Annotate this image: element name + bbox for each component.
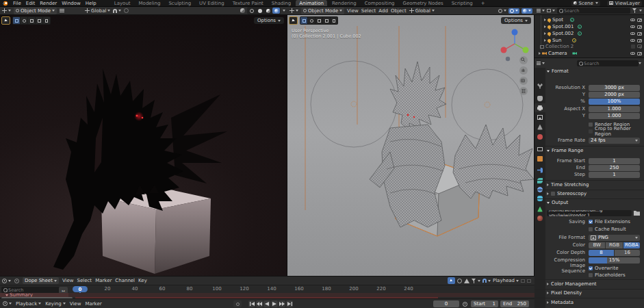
stereoscopy-checkbox[interactable] [551,192,555,196]
tab-uv-editing[interactable]: UV Editing [196,0,228,6]
editor-type-button[interactable] [2,279,11,283]
tab-scene[interactable] [534,123,545,131]
format-panel-header[interactable]: Format [547,68,569,74]
select-circle-button[interactable] [21,17,27,24]
spot-data-icon[interactable] [578,31,582,36]
wireframe-dragon-right[interactable] [453,125,534,198]
jump-to-start-button[interactable] [248,300,255,307]
menu-render[interactable]: Render [40,1,57,6]
camera-data-icon[interactable] [572,52,577,55]
menu-select[interactable]: Select [77,278,92,283]
material-preview-icon[interactable] [240,8,245,13]
hide-eye-icon[interactable] [630,52,635,55]
resolution-y-field[interactable]: 2000 px [589,92,640,98]
frame-start-field[interactable]: Start1 [471,300,498,307]
snapping-button[interactable] [113,9,121,13]
prev-keyframe-button[interactable] [256,300,263,307]
outliner-search[interactable] [557,8,630,14]
tab-rendering[interactable]: Rendering [329,0,360,6]
active-tool-button[interactable] [289,16,298,25]
placeholders-checkbox[interactable] [589,273,593,277]
proportional-edit-icon[interactable] [124,8,129,13]
depth-16-button[interactable]: 16 [615,250,640,256]
menu-view[interactable]: View [70,301,81,307]
axis-y-handle[interactable] [523,47,529,53]
play-reverse-button[interactable] [263,300,270,307]
spot-light-origin[interactable] [485,102,490,107]
menu-view[interactable]: View [347,8,359,14]
metadata-panel-header[interactable]: Metadata [547,300,574,305]
auto-keying-button[interactable] [233,300,242,307]
ghost-frames-icon[interactable] [14,279,19,283]
menu-object[interactable]: Object [391,8,407,14]
options-button[interactable]: Options [254,17,284,24]
crop-render-region-checkbox[interactable] [589,129,593,133]
color-bw-button[interactable]: BW [589,242,605,248]
playhead-snap-dropdown[interactable]: Playhead [493,278,519,283]
tab-shading[interactable]: Shading [268,0,294,6]
select-lasso-button[interactable] [28,17,35,24]
editor-type-button[interactable] [289,8,298,13]
menu-marker[interactable]: Marker [85,301,101,307]
editor-type-button[interactable] [537,62,545,65]
tab-object-data[interactable] [534,205,545,214]
tab-modifiers[interactable] [534,166,545,175]
tab-tool[interactable] [534,81,545,90]
outliner-row-spot-002[interactable]: Spot.002 [534,30,644,37]
aspect-x-field[interactable]: 1.000 [589,106,640,112]
mode-selector[interactable]: Object Mode [14,8,57,14]
editor-type-button[interactable] [537,9,545,12]
outliner-search-input[interactable] [564,8,628,14]
menu-add[interactable]: Add [378,8,388,14]
render-visibility-icon[interactable] [637,44,642,48]
right-3d-viewport[interactable]: Options User Perspective (0) Collection … [287,15,534,276]
color-rgba-button[interactable]: RGBA [623,242,640,248]
tab-layout[interactable]: Layout [111,0,134,6]
spot-light-gizmo-circle[interactable] [311,61,397,147]
aspect-y-field[interactable]: 1.000 [589,113,640,119]
tab-modeling[interactable]: Modeling [136,0,164,6]
display-mode-button[interactable] [547,9,555,12]
menu-view[interactable]: View [62,278,74,283]
axis-negative-handle[interactable] [506,57,510,61]
gizmos-toggle[interactable] [498,9,506,13]
hide-eye-icon[interactable] [630,25,635,29]
tab-scripting[interactable]: Scripting [448,0,476,6]
menu-marker[interactable]: Marker [95,278,112,283]
hide-eye-icon[interactable] [630,32,635,36]
dope-sheet-mode-dropdown[interactable]: Dope Sheet [23,277,59,284]
properties-search[interactable] [577,60,639,66]
collection-checkbox[interactable] [631,44,635,49]
resolution-scale-slider[interactable]: 100% [589,99,640,105]
properties-search-input[interactable] [584,61,636,66]
select-box-button[interactable] [300,17,307,24]
compression-slider[interactable]: 15% [589,257,640,264]
menu-window[interactable]: Window [62,1,81,6]
color-rgb-button[interactable]: RGB [606,242,622,248]
render-region-checkbox[interactable] [589,123,593,127]
render-visibility-icon[interactable] [637,18,642,22]
auto-snap-warning-icon[interactable] [464,279,469,283]
editor-type-button[interactable] [2,8,11,13]
play-button[interactable] [271,300,278,307]
scene-selector[interactable]: Scene [571,1,600,6]
tab-texture-paint[interactable]: Texture Paint [229,0,267,6]
proportional-edit-icon[interactable] [457,279,462,283]
render-visibility-icon[interactable] [637,52,642,55]
blender-logo-icon[interactable] [2,1,8,6]
folder-browse-icon[interactable] [634,210,640,216]
paste-keyframes-icon[interactable] [527,279,531,283]
shading-wireframe-button[interactable] [248,8,255,14]
mode-selector[interactable]: Object Mode [301,8,344,14]
menu-edit[interactable]: Edit [26,1,36,6]
jump-to-end-button[interactable] [286,300,293,307]
viewlayer-selector[interactable]: ViewLayer [607,1,642,6]
time-stretching-panel-header[interactable]: Time Stretching [547,182,589,188]
render-visibility-icon[interactable] [637,39,642,42]
spot-data-icon[interactable] [570,18,574,22]
frame-step-field[interactable]: 1 [589,172,640,178]
overlays-toggle[interactable] [508,8,519,14]
menu-help[interactable]: Help [86,1,96,6]
active-tool-button[interactable] [1,16,10,25]
shading-button[interactable] [521,8,532,14]
